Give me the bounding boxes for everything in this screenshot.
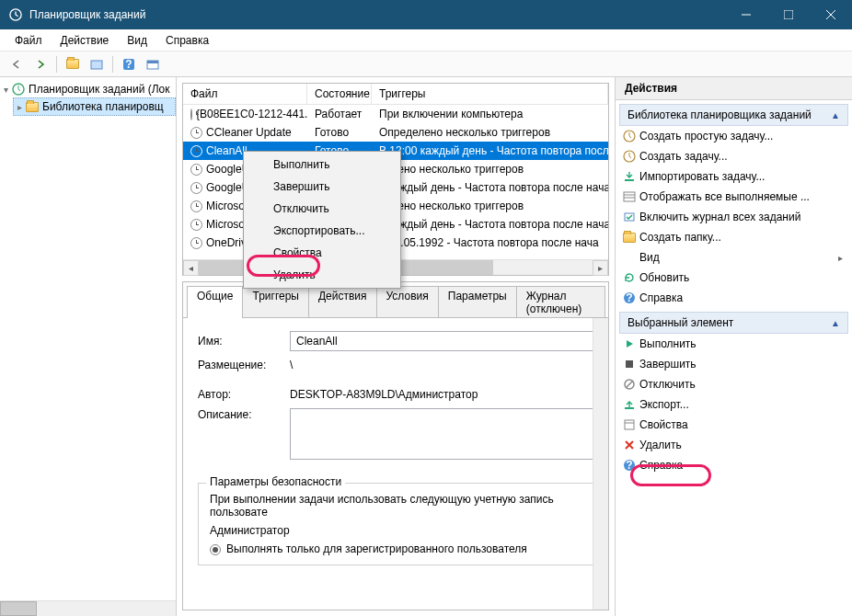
action-item[interactable]: Отключить	[619, 374, 848, 394]
action-item[interactable]: Вид▸	[619, 247, 848, 268]
detail-scrollbar-v[interactable]	[593, 318, 608, 610]
menu-action[interactable]: Действие	[52, 32, 119, 49]
svg-rect-18	[625, 420, 634, 429]
description-textarea[interactable]	[290, 408, 593, 460]
task-triggers: При включении компьютера	[372, 108, 608, 120]
tab-settings[interactable]: Параметры	[438, 286, 517, 318]
label-name: Имя:	[198, 335, 290, 348]
cm-props[interactable]: Свойства	[246, 242, 398, 264]
section-library[interactable]: Библиотека планировщика заданий ▲	[619, 104, 848, 126]
action-item[interactable]: ?Справка	[619, 455, 848, 475]
toolbar-btn-1[interactable]	[86, 54, 108, 74]
task-triggers: делено несколько триггеров	[372, 163, 608, 176]
action-item[interactable]: Завершить	[619, 354, 848, 374]
cm-disable[interactable]: Отключить	[246, 198, 398, 220]
menu-help[interactable]: Справка	[156, 32, 218, 49]
action-item[interactable]: ?Справка	[619, 288, 848, 308]
action-icon	[623, 337, 636, 350]
task-row[interactable]: {B08EE1C0-1212-441...РаботаетПри включен…	[183, 105, 608, 123]
tree-library[interactable]: ▸ Библиотека планировщ	[13, 97, 176, 116]
action-item[interactable]: Создать папку...	[619, 227, 848, 247]
col-header-name[interactable]: Файл	[183, 84, 307, 104]
scroll-right[interactable]: ▸	[593, 260, 608, 276]
action-item[interactable]: Свойства	[619, 415, 848, 435]
tab-triggers[interactable]: Триггеры	[242, 286, 309, 318]
workspace: ▾ Планировщик заданий (Лок ▸ Библиотека …	[0, 77, 852, 616]
clock-icon	[190, 127, 202, 139]
clock-icon	[190, 145, 202, 157]
close-button[interactable]	[810, 0, 852, 29]
help-button[interactable]: ?	[118, 54, 140, 74]
tree-root[interactable]: ▾ Планировщик заданий (Лок	[0, 81, 176, 97]
action-icon	[623, 398, 636, 411]
col-header-state[interactable]: Состояние	[307, 84, 372, 104]
menu-file[interactable]: Файл	[6, 32, 52, 49]
security-radio-row[interactable]: Выполнять только для зарегистрированного…	[210, 542, 581, 555]
action-item[interactable]: Включить журнал всех заданий	[619, 207, 848, 227]
expand-icon[interactable]: ▾	[4, 85, 8, 95]
clock-icon	[190, 164, 202, 176]
action-label: Создать папку...	[639, 231, 721, 244]
action-icon	[623, 378, 636, 391]
maximize-button[interactable]	[767, 0, 810, 29]
up-button[interactable]	[62, 54, 84, 74]
tree-library-label: Библиотека планировщ	[42, 100, 164, 113]
tree-scrollbar-h[interactable]	[0, 600, 176, 616]
toolbar: ?	[0, 51, 852, 77]
action-icon	[623, 271, 636, 284]
expand-icon[interactable]: ▸	[17, 102, 22, 112]
action-label: Удалить	[639, 439, 682, 451]
toolbar-btn-2[interactable]	[142, 54, 164, 74]
section-selected[interactable]: Выбранный элемент ▲	[619, 312, 848, 334]
forward-button[interactable]	[29, 54, 52, 74]
action-icon	[623, 130, 636, 143]
action-item[interactable]: Обновить	[619, 268, 848, 288]
minimize-button[interactable]	[725, 0, 767, 29]
cm-delete[interactable]: Удалить	[246, 264, 398, 286]
back-button[interactable]	[6, 54, 28, 74]
task-name: Microso	[206, 200, 245, 212]
collapse-icon: ▲	[831, 110, 840, 120]
action-item[interactable]: Создать простую задачу...	[619, 126, 848, 146]
action-item[interactable]: Отображать все выполняемые ...	[619, 187, 848, 207]
section-selected-title: Выбранный элемент	[627, 316, 733, 329]
action-item[interactable]: Экспорт...	[619, 394, 848, 415]
action-item[interactable]: Удалить	[619, 435, 848, 455]
col-header-triggers[interactable]: Триггеры	[372, 84, 608, 104]
action-item[interactable]: Импортировать задачу...	[619, 166, 848, 187]
scroll-left[interactable]: ◂	[183, 260, 199, 276]
action-item[interactable]: Выполнить	[619, 334, 848, 354]
task-name: Microso	[206, 218, 245, 231]
tab-conditions[interactable]: Условия	[376, 286, 439, 318]
action-label: Справка	[639, 459, 683, 472]
security-radio-label: Выполнять только для зарегистрированного…	[226, 542, 527, 555]
action-label: Отображать все выполняемые ...	[639, 190, 810, 203]
action-label: Вид	[639, 251, 660, 264]
tab-general[interactable]: Общие	[187, 286, 243, 318]
svg-rect-10	[625, 179, 634, 181]
action-label: Завершить	[639, 358, 697, 371]
action-label: Создать задачу...	[639, 150, 728, 163]
action-item[interactable]: Создать задачу...	[619, 146, 848, 166]
menu-view[interactable]: Вид	[118, 32, 156, 49]
clock-icon	[190, 200, 202, 212]
svg-rect-2	[91, 61, 102, 69]
task-triggers: 4 каждый день - Частота повтора после на…	[372, 181, 608, 194]
action-label: Обновить	[639, 271, 689, 284]
cm-export[interactable]: Экспортировать...	[246, 220, 398, 242]
task-row[interactable]: CCleaner UpdateГотовоОпределено нескольк…	[183, 123, 608, 142]
svg-rect-6	[147, 61, 158, 63]
action-icon	[623, 358, 636, 371]
tab-history[interactable]: Журнал (отключен)	[516, 286, 605, 318]
window-title: Планировщик заданий	[29, 8, 145, 21]
cm-end[interactable]: Завершить	[246, 176, 398, 198]
svg-text:?: ?	[626, 291, 632, 304]
name-input[interactable]	[290, 331, 593, 351]
tab-actions[interactable]: Действия	[308, 286, 377, 318]
tab-body-general: Имя: Размещение: \ Автор: DESKTOP-A83M9L…	[183, 317, 608, 610]
list-header: Файл Состояние Триггеры	[183, 84, 608, 105]
action-icon	[623, 439, 636, 451]
label-location: Размещение:	[198, 359, 290, 371]
clock-icon	[190, 237, 202, 249]
cm-run[interactable]: Выполнить	[246, 154, 398, 176]
